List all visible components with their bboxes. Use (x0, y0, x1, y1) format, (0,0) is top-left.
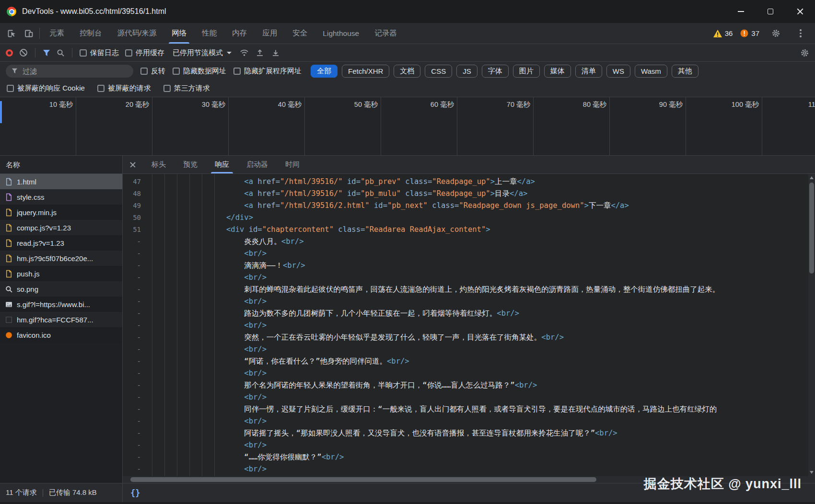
hide-extension-urls-checkbox[interactable]: 隐藏扩展程序网址 (233, 67, 302, 76)
device-toolbar-button[interactable] (20, 23, 37, 44)
checkbox-icon (97, 85, 105, 92)
filter-chip-wasm[interactable]: Wasm (635, 65, 667, 78)
request-row[interactable]: favicon.ico (0, 327, 122, 343)
timeline-cell[interactable]: 110 毫秒 (762, 97, 815, 155)
tab-performance[interactable]: 性能 (194, 23, 224, 44)
tab-application[interactable]: 应用 (255, 23, 285, 44)
issues-badge[interactable]: 37 (740, 29, 759, 37)
code-text: <a href="/html/39516/" id="pb_mulu" clas… (147, 188, 527, 200)
detail-tab-preview[interactable]: 预览 (175, 156, 206, 173)
chrome-logo-icon (7, 7, 16, 16)
filter-chip-img[interactable]: 图片 (513, 65, 540, 78)
detail-tab-timing[interactable]: 时间 (277, 156, 308, 173)
timeline-cell[interactable]: 60 毫秒 (381, 97, 457, 155)
filter-chip-css[interactable]: CSS (425, 65, 452, 78)
close-button[interactable] (785, 0, 815, 23)
record-network-log-button[interactable] (6, 49, 13, 57)
request-row[interactable]: hm.gif?hca=FCCF587... (0, 312, 122, 327)
throttling-select[interactable]: 已停用节流模式 (171, 48, 233, 57)
import-har-button[interactable] (255, 48, 265, 57)
tab-sources[interactable]: 源代码/来源 (110, 23, 164, 44)
request-row[interactable]: push.js (0, 266, 122, 281)
network-settings-button[interactable] (800, 48, 809, 57)
timeline-cell[interactable]: 20 毫秒 (76, 97, 152, 155)
line-number: - (123, 391, 147, 403)
close-detail-button[interactable] (123, 156, 143, 173)
filter-chip-manifest[interactable]: 清单 (575, 65, 602, 78)
horizontal-scroll-thumb[interactable] (130, 477, 596, 482)
request-row[interactable]: 1.html (0, 174, 122, 189)
filter-chip-media[interactable]: 媒体 (544, 65, 571, 78)
filter-input[interactable] (22, 67, 128, 76)
requests-list: 1.htmlstyle.cssjquery.min.jscompc.js?v=1… (0, 174, 122, 483)
window-controls (726, 0, 815, 23)
requests-count: 11 个请求 (6, 488, 37, 497)
vertical-scroll-thumb[interactable] (809, 183, 814, 274)
chevron-down-icon (227, 52, 232, 54)
funnel-icon (12, 68, 18, 74)
request-row[interactable]: so.png (0, 281, 122, 297)
tab-network[interactable]: 网络 (164, 23, 194, 44)
disable-cache-checkbox[interactable]: 停用缓存 (125, 48, 164, 57)
filter-toggle-button[interactable] (43, 49, 50, 57)
vertical-scrollbar[interactable] (808, 174, 815, 476)
filter-chip-font[interactable]: 字体 (482, 65, 509, 78)
export-har-button[interactable] (271, 48, 280, 57)
warning-triangle-icon (713, 30, 722, 37)
filter-chip-all[interactable]: 全部 (311, 65, 338, 78)
timeline-marker-label: 100 毫秒 (732, 100, 759, 109)
invert-filter-checkbox[interactable]: 反转 (140, 67, 165, 76)
third-party-checkbox[interactable]: 第三方请求 (163, 84, 210, 93)
timeline-cell[interactable]: 80 毫秒 (534, 97, 610, 155)
detail-tab-response[interactable]: 响应 (206, 156, 238, 173)
timeline-grid: 10 毫秒20 毫秒30 毫秒40 毫秒50 毫秒60 毫秒70 毫秒80 毫秒… (0, 97, 815, 155)
code-text: <br/> (147, 439, 267, 451)
filter-chip-fetch-xhr[interactable]: Fetch/XHR (342, 65, 389, 78)
request-row[interactable]: s.gif?l=https://www.bi... (0, 297, 122, 312)
tab-security[interactable]: 安全 (285, 23, 315, 44)
inspect-element-button[interactable] (3, 23, 20, 44)
timeline-marker-label: 110 毫秒 (808, 100, 815, 109)
warnings-badge[interactable]: 36 (713, 29, 733, 37)
request-row[interactable]: hm.js?9c5f07b6ce20e... (0, 251, 122, 266)
filter-chip-doc[interactable]: 文档 (394, 65, 420, 78)
timeline-cell[interactable]: 100 毫秒 (686, 97, 762, 155)
request-row[interactable]: jquery.min.js (0, 205, 122, 220)
request-row[interactable]: compc.js?v=1.23 (0, 220, 122, 235)
more-options-button[interactable] (792, 29, 809, 37)
minimize-button[interactable] (726, 0, 756, 23)
detail-tab-initiator[interactable]: 启动器 (238, 156, 277, 173)
tab-lighthouse[interactable]: Lighthouse (315, 23, 367, 44)
code-text: 突然，一个正在吞云吐雾的小年轻似乎是发现了什么，轻咦了一声，目光落在了街角某处。… (147, 332, 564, 344)
timeline-cell[interactable]: 70 毫秒 (457, 97, 534, 155)
detail-tab-headers[interactable]: 标头 (143, 156, 175, 173)
line-number: - (123, 344, 147, 355)
blocked-requests-checkbox[interactable]: 被屏蔽的请求 (97, 84, 151, 93)
timeline-cell[interactable]: 10 毫秒 (0, 97, 76, 155)
divider (43, 489, 43, 497)
network-overview-timeline[interactable]: 10 毫秒20 毫秒30 毫秒40 毫秒50 毫秒60 毫秒70 毫秒80 毫秒… (0, 97, 815, 156)
tab-recorder[interactable]: 记录器 (367, 23, 405, 44)
search-button[interactable] (57, 49, 65, 57)
filter-chip-js[interactable]: JS (456, 65, 477, 78)
blocked-cookies-checkbox[interactable]: 被屏蔽的响应 Cookie (7, 84, 85, 93)
maximize-button[interactable] (756, 0, 785, 23)
hide-data-urls-checkbox[interactable]: 隐藏数据网址 (173, 67, 226, 76)
network-conditions-button[interactable] (240, 49, 249, 57)
filter-chip-ws[interactable]: WS (606, 65, 630, 78)
format-code-button[interactable]: {} (130, 488, 140, 498)
tab-elements[interactable]: 元素 (42, 23, 72, 44)
timeline-cell[interactable]: 30 毫秒 (152, 97, 229, 155)
requests-header[interactable]: 名称 (0, 156, 122, 174)
timeline-cell[interactable]: 50 毫秒 (305, 97, 381, 155)
timeline-cell[interactable]: 40 毫秒 (229, 97, 305, 155)
request-row[interactable]: read.js?v=1.23 (0, 235, 122, 251)
tab-memory[interactable]: 内存 (224, 23, 255, 44)
settings-button[interactable] (767, 29, 784, 38)
tab-console[interactable]: 控制台 (72, 23, 110, 44)
preserve-log-checkbox[interactable]: 保留日志 (80, 48, 119, 57)
timeline-cell[interactable]: 90 毫秒 (610, 97, 686, 155)
request-row[interactable]: style.css (0, 189, 122, 205)
filter-chip-other[interactable]: 其他 (672, 65, 699, 78)
clear-network-log-button[interactable] (19, 48, 28, 57)
